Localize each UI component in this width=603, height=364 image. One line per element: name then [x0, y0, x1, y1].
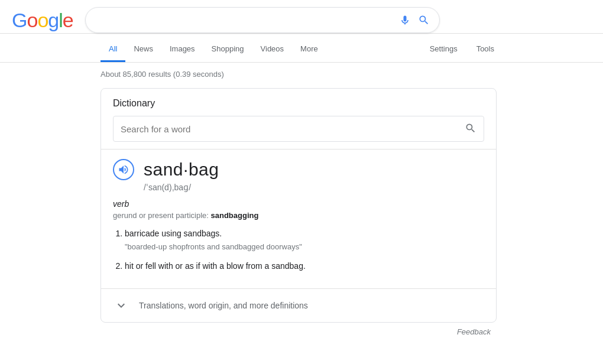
word-title: sand·bag	[144, 160, 219, 180]
tab-news[interactable]: News	[125, 37, 161, 62]
header: Google definition sandbagging	[0, 0, 603, 34]
word-section: sand·bag /ˈsan(d)ˌbaɡ/ verb gerund or pr…	[101, 150, 496, 289]
dictionary-title: Dictionary	[113, 98, 484, 109]
gerund-label: gerund or present participle:	[113, 211, 209, 220]
search-icon	[418, 14, 430, 26]
definitions-list: barricade using sandbags. "boarded-up sh…	[113, 227, 484, 273]
logo-letter-o2: o	[37, 9, 48, 31]
word-text: sand·bag	[144, 160, 219, 179]
phonetic: /ˈsan(d)ˌbaɡ/	[144, 183, 484, 192]
mic-icon	[399, 14, 411, 26]
chevron-down-icon	[113, 297, 129, 314]
logo-letter-g: G	[12, 9, 27, 31]
dictionary-header: Dictionary	[101, 89, 496, 150]
dictionary-search-bar	[113, 116, 484, 142]
search-submit-button[interactable]	[418, 14, 430, 26]
search-icons	[399, 14, 430, 26]
definition-item-2: hit or fell with or as if with a blow fr…	[125, 259, 484, 272]
dictionary-search-input[interactable]	[121, 124, 465, 134]
feedback-link[interactable]: Feedback	[457, 327, 491, 336]
tab-videos[interactable]: Videos	[252, 37, 293, 62]
gerund-line: gerund or present participle: sandbaggin…	[113, 211, 484, 220]
tab-more[interactable]: More	[292, 37, 326, 62]
logo-letter-e: e	[63, 9, 73, 31]
tabs-nav: All News Images Shopping Videos More Set…	[0, 37, 603, 62]
more-definitions-row[interactable]: Translations, word origin, and more defi…	[101, 289, 496, 322]
main-content: About 85,800 results (0.39 seconds) Dict…	[0, 63, 603, 348]
tabs-right-actions: Settings Tools	[422, 37, 502, 62]
dictionary-card: Dictionary sand·bag	[100, 88, 497, 323]
feedback-bar: Feedback	[100, 323, 502, 341]
speaker-icon	[118, 164, 129, 176]
logo-letter-g2: g	[48, 9, 59, 31]
google-logo[interactable]: Google	[12, 10, 73, 30]
definition-item-1: barricade using sandbags. "boarded-up sh…	[125, 227, 484, 254]
tools-link[interactable]: Tools	[468, 37, 502, 62]
more-definitions-label: Translations, word origin, and more defi…	[139, 301, 308, 310]
gerund-word: sandbagging	[211, 211, 259, 220]
part-of-speech: verb	[113, 199, 484, 209]
tab-all[interactable]: All	[100, 37, 125, 62]
search-input[interactable]: definition sandbagging	[95, 15, 399, 25]
definition-text-1: barricade using sandbags.	[125, 227, 484, 240]
voice-search-button[interactable]	[399, 14, 411, 26]
definition-text-2: hit or fell with or as if with a blow fr…	[125, 259, 484, 272]
tab-images[interactable]: Images	[161, 37, 203, 62]
word-header: sand·bag	[113, 159, 484, 180]
search-bar: definition sandbagging	[85, 7, 440, 33]
tab-shopping[interactable]: Shopping	[203, 37, 252, 62]
settings-link[interactable]: Settings	[422, 37, 466, 62]
logo-letter-o1: o	[27, 9, 37, 31]
results-count: About 85,800 results (0.39 seconds)	[100, 70, 502, 79]
dictionary-search-button[interactable]	[465, 122, 476, 136]
search-icon	[465, 122, 476, 134]
definition-example-1: "boarded-up shopfronts and sandbagged do…	[125, 241, 484, 254]
audio-play-button[interactable]	[113, 159, 134, 180]
